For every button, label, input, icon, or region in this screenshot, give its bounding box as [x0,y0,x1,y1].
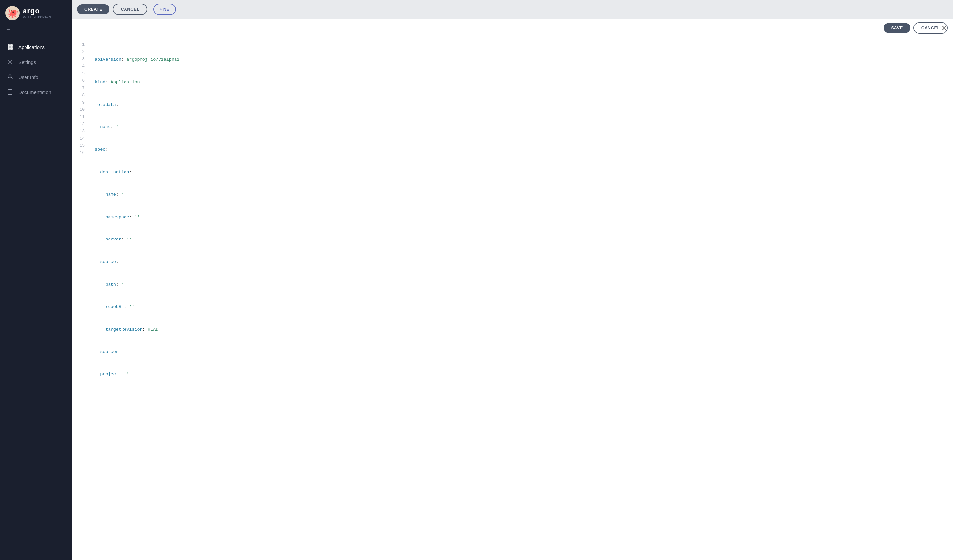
logo-area: 🐙 argo v2.11.6+089247d [0,0,72,25]
code-content[interactable]: apiVersion: argoproj.io/v1alpha1 kind: A… [89,41,953,556]
cancel-button-top[interactable]: CANCEL [113,4,147,15]
sidebar-item-documentation[interactable]: Documentation [0,85,72,100]
sidebar-item-label-user-info: User Info [18,74,38,80]
sidebar-item-label-documentation: Documentation [18,90,51,95]
svg-rect-3 [11,47,13,50]
logo-text: argo v2.11.6+089247d [23,7,51,19]
code-editor[interactable]: 1 2 3 4 5 6 7 8 9 10 11 12 13 14 15 16 a… [72,37,953,560]
svg-rect-2 [8,47,10,50]
code-line-4: name: '' [95,124,947,131]
close-button[interactable]: ✕ [941,25,947,32]
code-line-6: destination: [95,169,947,176]
line-numbers: 1 2 3 4 5 6 7 8 9 10 11 12 13 14 15 16 [72,41,89,556]
sidebar-item-settings[interactable]: Settings [0,54,72,70]
avatar: 🐙 [5,6,20,20]
editor-panel: ✕ SAVE CANCEL 1 2 3 4 5 6 7 8 9 10 11 12… [72,19,953,560]
svg-point-4 [9,61,11,63]
editor-toolbar: SAVE CANCEL [72,19,953,37]
code-line-9: server: '' [95,236,947,244]
back-area: ← [0,25,72,37]
user-icon [6,74,14,80]
code-line-2: kind: Application [95,79,947,86]
new-button[interactable]: + NE [153,4,176,15]
code-line-14: sources: [] [95,348,947,356]
code-line-5: spec: [95,146,947,154]
sidebar-item-label-applications: Applications [18,45,45,50]
code-line-16 [95,393,947,401]
code-line-7: name: '' [95,191,947,199]
app-version: v2.11.6+089247d [23,15,51,19]
code-line-15: project: '' [95,371,947,379]
sidebar-item-user-info[interactable]: User Info [0,70,72,85]
svg-rect-0 [8,45,10,47]
top-toolbar: CREATE CANCEL + NE [72,0,953,19]
create-button[interactable]: CREATE [77,4,110,14]
code-line-12: repoURL: '' [95,304,947,311]
sidebar-item-applications[interactable]: Applications [0,40,72,54]
main-area: CREATE CANCEL + NE ✕ SAVE CANCEL 1 2 3 4… [72,0,953,560]
svg-rect-1 [11,45,13,47]
code-line-10: source: [95,258,947,266]
save-button[interactable]: SAVE [884,23,910,33]
code-line-8: namespace: '' [95,214,947,221]
sidebar-nav: Applications Settings User Info [0,37,72,102]
octopus-icon: 🐙 [7,8,18,19]
settings-icon [6,59,14,65]
back-arrow-icon[interactable]: ← [5,26,11,33]
code-line-13: targetRevision: HEAD [95,326,947,334]
sidebar: 🐙 argo v2.11.6+089247d ← Applications [0,0,72,560]
sidebar-item-label-settings: Settings [18,59,36,65]
code-line-1: apiVersion: argoproj.io/v1alpha1 [95,56,947,64]
code-line-3: metadata: [95,101,947,109]
applications-icon [6,44,14,50]
documentation-icon [6,89,14,95]
app-name: argo [23,7,51,15]
code-line-11: path: '' [95,281,947,289]
